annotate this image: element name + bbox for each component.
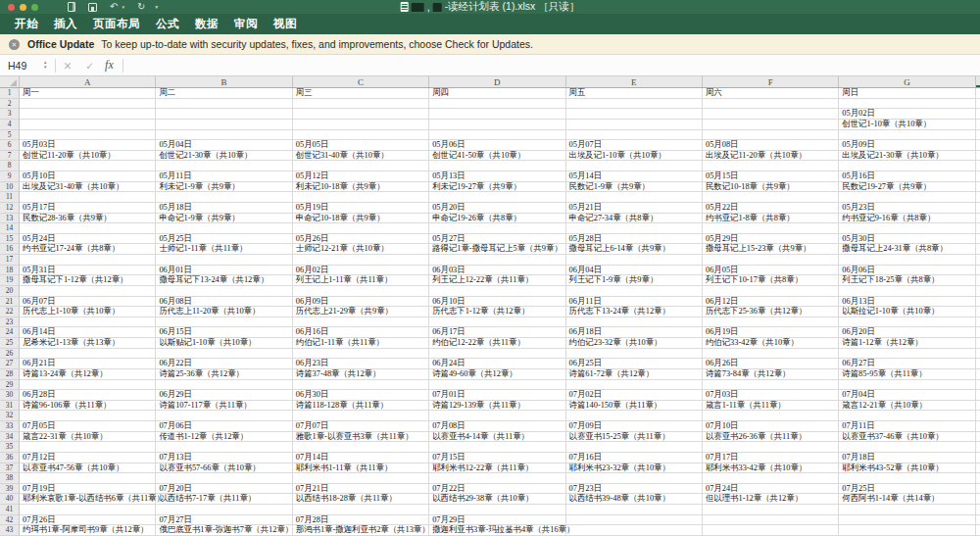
cell-E11[interactable] — [566, 192, 703, 203]
redo-icon[interactable]: ↻ — [137, 2, 145, 12]
cell-C2[interactable] — [293, 99, 429, 110]
cell-C6[interactable]: 05月05日 — [293, 140, 429, 151]
cell-D3[interactable] — [429, 109, 565, 120]
cell-G32[interactable] — [839, 411, 975, 421]
cell-G41[interactable] — [839, 505, 975, 515]
cell-F3[interactable] — [703, 109, 839, 120]
cell-C22[interactable]: 历代志上21-29章（共9章） — [293, 307, 429, 317]
cell-C5[interactable] — [293, 130, 429, 141]
cell-E10[interactable]: 民数记1-9章（共9章） — [566, 182, 703, 193]
cell-E26[interactable] — [566, 349, 703, 360]
row-header-18[interactable]: 18 — [0, 266, 20, 276]
cell-E38[interactable] — [566, 473, 703, 484]
cell-D7[interactable]: 创世记41-50章（共10章） — [429, 151, 565, 162]
row-header-25[interactable]: 25 — [0, 338, 20, 349]
cell-E28[interactable]: 诗篇61-72章（共12章） — [566, 369, 703, 380]
cell-H23-sliver[interactable] — [976, 317, 980, 328]
cell-H41-sliver[interactable] — [976, 505, 980, 515]
cell-G23[interactable] — [839, 317, 975, 328]
cell-D38[interactable] — [429, 473, 565, 484]
cell-B31[interactable]: 诗篇107-117章（共11章） — [156, 401, 292, 412]
cell-A2[interactable] — [20, 99, 156, 110]
row-header-19[interactable]: 19 — [0, 275, 20, 286]
cell-G14[interactable] — [839, 223, 975, 234]
row-header-26[interactable]: 26 — [0, 349, 20, 360]
cell-F30[interactable]: 07月03日 — [703, 390, 839, 401]
row-header-41[interactable]: 41 — [0, 505, 20, 515]
cell-F39[interactable]: 07月24日 — [703, 484, 839, 495]
cell-G27[interactable]: 06月27日 — [839, 359, 975, 369]
cell-A6[interactable]: 05月03日 — [20, 140, 156, 151]
cell-E14[interactable] — [566, 223, 703, 234]
cell-D23[interactable] — [429, 317, 565, 328]
cell-C33[interactable]: 07月07日 — [293, 421, 429, 432]
cell-E30[interactable]: 07月02日 — [566, 390, 703, 401]
cell-F28[interactable]: 诗篇73-84章（共12章） — [703, 369, 839, 380]
cell-E19[interactable]: 列王记下1-9章（共9章） — [566, 275, 703, 286]
cell-G21[interactable]: 06月13日 — [839, 297, 975, 308]
close-window-button[interactable] — [8, 4, 15, 11]
cell-B7[interactable]: 创世记21-30章（共10章） — [156, 151, 292, 162]
cell-B8[interactable] — [156, 161, 292, 171]
cell-D41[interactable] — [429, 505, 565, 515]
cell-A30[interactable]: 06月28日 — [20, 390, 156, 401]
undo-icon[interactable]: ↶ — [110, 2, 118, 12]
close-icon[interactable]: ✕ — [9, 39, 20, 50]
cell-D4[interactable] — [429, 120, 565, 130]
cell-A16[interactable]: 约书亚记17-24章（共8章） — [20, 244, 156, 255]
cell-D8[interactable] — [429, 161, 565, 171]
cell-E37[interactable]: 耶利米书23-32章（共10章） — [566, 463, 703, 474]
cell-G33[interactable]: 07月11日 — [839, 421, 975, 432]
cell-A40[interactable]: 耶利米哀歌1章-以西结书6章（共11章） — [20, 494, 156, 505]
undo-dropdown-icon[interactable]: ▾ — [122, 4, 124, 10]
cell-B42[interactable]: 07月27日 — [156, 515, 292, 526]
cell-D13[interactable]: 申命记19-26章（共8章） — [429, 214, 565, 224]
cell-C28[interactable]: 诗篇37-48章（共12章） — [293, 369, 429, 380]
cell-G15[interactable]: 05月30日 — [839, 234, 975, 245]
cell-G24[interactable]: 06月20日 — [839, 327, 975, 338]
cell-F21[interactable]: 06月12日 — [703, 297, 839, 308]
cell-D39[interactable]: 07月22日 — [429, 484, 565, 495]
cell-H9-sliver[interactable] — [976, 171, 980, 182]
row-header-8[interactable]: 8 — [0, 161, 20, 171]
cell-B9[interactable]: 05月11日 — [156, 171, 292, 182]
cell-E2[interactable] — [566, 99, 703, 110]
cell-C30[interactable]: 06月30日 — [293, 390, 429, 401]
cell-B4[interactable] — [156, 120, 292, 130]
cell-H43-sliver[interactable] — [976, 525, 980, 536]
cell-H40-sliver[interactable] — [976, 494, 980, 505]
cell-H4-sliver[interactable] — [976, 120, 980, 130]
cell-E23[interactable] — [566, 317, 703, 328]
cell-G16[interactable]: 撒母耳记上24-31章（共8章） — [839, 244, 975, 255]
row-header-40[interactable]: 40 — [0, 494, 20, 505]
cell-E35[interactable] — [566, 442, 703, 453]
cell-F10[interactable]: 民数记10-18章（共9章） — [703, 182, 839, 193]
row-header-35[interactable]: 35 — [0, 442, 20, 453]
cell-F32[interactable] — [703, 411, 839, 421]
cell-A11[interactable] — [20, 192, 156, 203]
cell-E9[interactable]: 05月14日 — [566, 171, 703, 182]
cell-A17[interactable] — [20, 255, 156, 266]
toolbar-options-chevron-icon[interactable]: ▼ — [154, 4, 159, 10]
cell-F42[interactable] — [703, 515, 839, 526]
cell-B2[interactable] — [156, 99, 292, 110]
cell-A22[interactable]: 历代志上1-10章（共10章） — [20, 307, 156, 317]
cell-A12[interactable]: 05月17日 — [20, 203, 156, 214]
column-header-A[interactable]: A — [20, 76, 156, 87]
cell-H31-sliver[interactable] — [976, 401, 980, 412]
cell-C11[interactable] — [293, 192, 429, 203]
row-header-38[interactable]: 38 — [0, 473, 20, 484]
cell-E22[interactable]: 历代志下13-24章（共12章） — [566, 307, 703, 317]
cell-E33[interactable]: 07月09日 — [566, 421, 703, 432]
cell-D20[interactable] — [429, 286, 565, 297]
cell-A36[interactable]: 07月12日 — [20, 453, 156, 463]
cell-A21[interactable]: 06月07日 — [20, 297, 156, 308]
cell-C14[interactable] — [293, 223, 429, 234]
cell-B24[interactable]: 06月15日 — [156, 327, 292, 338]
cell-F19[interactable]: 列王记下10-17章（共8章） — [703, 275, 839, 286]
cell-F1[interactable]: 周六 — [703, 88, 839, 99]
cell-E39[interactable]: 07月23日 — [566, 484, 703, 495]
column-header-D[interactable]: D — [429, 76, 565, 87]
cell-B29[interactable] — [156, 380, 292, 391]
cell-G10[interactable]: 民数记19-27章（共9章） — [839, 182, 975, 193]
